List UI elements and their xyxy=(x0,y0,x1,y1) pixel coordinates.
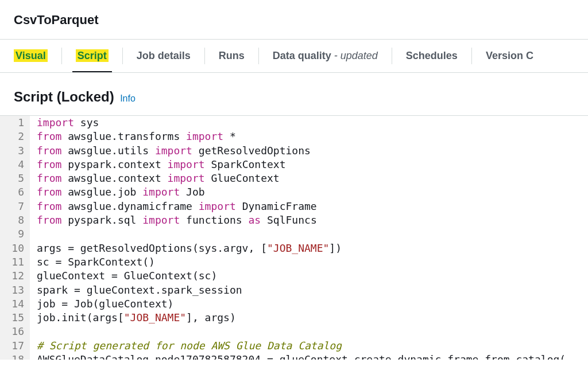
code-text: from pyspark.sql import functions as Sql… xyxy=(30,213,317,227)
tab-data-quality[interactable]: Data quality - updated xyxy=(273,40,378,72)
tab-separator xyxy=(61,48,62,64)
code-line: 17# Script generated for node AWS Glue D… xyxy=(0,339,588,353)
tab-visual[interactable]: Visual xyxy=(14,40,48,72)
code-text: # Script generated for node AWS Glue Dat… xyxy=(30,339,342,353)
code-text: args = getResolvedOptions(sys.argv, ["JO… xyxy=(30,241,342,255)
job-title: CsvToParquet xyxy=(14,13,574,28)
code-editor[interactable]: 1import sys2from awsglue.transforms impo… xyxy=(0,115,588,360)
tab-separator xyxy=(392,48,392,64)
code-line: 5from awsglue.context import GlueContext xyxy=(0,171,588,185)
line-number: 6 xyxy=(0,185,30,199)
line-number: 9 xyxy=(0,227,30,241)
code-text: job.init(args["JOB_NAME"], args) xyxy=(30,311,236,325)
code-line: 7from awsglue.dynamicframe import Dynami… xyxy=(0,200,588,213)
code-line: 6from awsglue.job import Job xyxy=(0,185,588,199)
code-line: 1import sys xyxy=(0,116,588,130)
code-text: glueContext = GlueContext(sc) xyxy=(30,269,217,283)
script-section-header: Script (Locked) Info xyxy=(0,73,588,115)
code-line: 15job.init(args["JOB_NAME"], args) xyxy=(0,311,588,325)
code-line: 12glueContext = GlueContext(sc) xyxy=(0,269,588,283)
tab-job-details[interactable]: Job details xyxy=(137,40,191,72)
line-number: 8 xyxy=(0,213,30,227)
tab-schedules[interactable]: Schedules xyxy=(406,40,458,72)
code-line: 13spark = glueContext.spark_session xyxy=(0,283,588,297)
code-line: 10args = getResolvedOptions(sys.argv, ["… xyxy=(0,241,588,255)
line-number: 1 xyxy=(0,116,30,130)
code-line: 18AWSGlueDataCatalog_node1707825878204 =… xyxy=(0,353,588,360)
tab-separator xyxy=(258,48,259,64)
line-number: 5 xyxy=(0,171,30,185)
code-line: 2from awsglue.transforms import * xyxy=(0,130,588,143)
tab-separator xyxy=(122,48,123,64)
code-text: from awsglue.dynamicframe import Dynamic… xyxy=(30,200,317,213)
line-number: 12 xyxy=(0,269,30,283)
code-text: from awsglue.transforms import * xyxy=(30,130,236,143)
code-text: sc = SparkContext() xyxy=(30,255,155,269)
tab-bar: VisualScriptJob detailsRunsData quality … xyxy=(0,40,588,73)
tab-separator xyxy=(204,48,205,64)
code-line: 3from awsglue.utils import getResolvedOp… xyxy=(0,144,588,158)
code-text: job = Job(glueContext) xyxy=(30,297,173,311)
code-text: from awsglue.utils import getResolvedOpt… xyxy=(30,144,311,158)
code-text: spark = glueContext.spark_session xyxy=(30,283,242,297)
code-line: 16 xyxy=(0,325,588,338)
line-number: 2 xyxy=(0,130,30,143)
line-number: 10 xyxy=(0,241,30,255)
tab-script[interactable]: Script xyxy=(76,40,109,72)
code-text: from pyspark.context import SparkContext xyxy=(30,158,286,171)
code-text: from awsglue.context import GlueContext xyxy=(30,171,280,185)
code-text: AWSGlueDataCatalog_node1707825878204 = g… xyxy=(30,353,566,360)
line-number: 11 xyxy=(0,255,30,269)
line-number: 17 xyxy=(0,339,30,353)
tab-version-c[interactable]: Version C xyxy=(486,40,533,72)
line-number: 16 xyxy=(0,325,30,338)
code-line: 9 xyxy=(0,227,588,241)
code-text: import sys xyxy=(30,116,99,130)
code-line: 4from pyspark.context import SparkContex… xyxy=(0,158,588,171)
line-number: 4 xyxy=(0,158,30,171)
code-text xyxy=(30,227,37,241)
line-number: 18 xyxy=(0,353,30,360)
line-number: 3 xyxy=(0,144,30,158)
code-text xyxy=(30,325,37,338)
tab-runs[interactable]: Runs xyxy=(219,40,245,72)
code-line: 8from pyspark.sql import functions as Sq… xyxy=(0,213,588,227)
line-number: 14 xyxy=(0,297,30,311)
section-title: Script (Locked) xyxy=(14,89,114,104)
line-number: 7 xyxy=(0,200,30,213)
code-text: from awsglue.job import Job xyxy=(30,185,205,199)
code-line: 14job = Job(glueContext) xyxy=(0,297,588,311)
info-link[interactable]: Info xyxy=(120,93,136,103)
title-bar: CsvToParquet xyxy=(0,0,588,40)
tab-separator xyxy=(471,48,472,64)
code-line: 11sc = SparkContext() xyxy=(0,255,588,269)
line-number: 13 xyxy=(0,283,30,297)
line-number: 15 xyxy=(0,311,30,325)
